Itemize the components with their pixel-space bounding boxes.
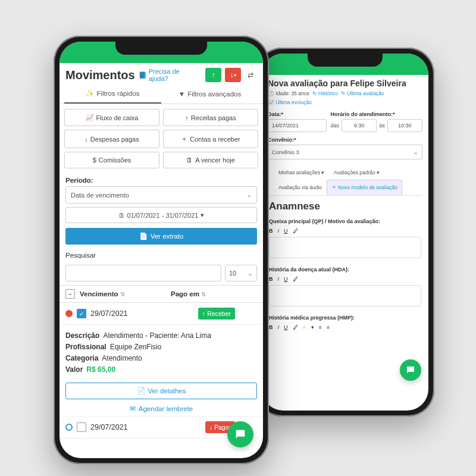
swap-icon: ⇄ <box>248 71 253 79</box>
book-icon: 📘 <box>139 71 147 79</box>
chip-cashflow[interactable]: 📈Fluxo de caixa <box>64 109 159 126</box>
hmp-label: História médica pregressa (HMP): <box>262 311 428 322</box>
date-label: Data:* <box>268 111 327 117</box>
envelope-icon: ✉ <box>130 405 136 413</box>
patient-meta: 🕐 Idade: 25 anos ↻ Histórico ✎ Última av… <box>262 89 428 109</box>
time-label: Horário do atendimento:* <box>330 111 422 117</box>
qp-toolbar[interactable]: BIU🖉 <box>262 226 428 236</box>
history-link[interactable]: ↻ Histórico <box>312 90 338 96</box>
page-title: Movimentos <box>65 68 135 82</box>
period-label: Período: <box>65 177 257 184</box>
anamnese-heading: Anamnese <box>262 196 428 215</box>
wand-icon: ✨ <box>86 89 94 98</box>
qp-label: Queixa principal (QP) / Motivo da avalia… <box>262 215 428 226</box>
search-label: Pesquisar <box>65 252 257 259</box>
search-input[interactable] <box>65 265 221 281</box>
row-date: 29/07/2021 <box>90 423 201 431</box>
tab-new-model[interactable]: ＋Novo modelo de avaliação <box>327 180 402 195</box>
tab-quick-filters[interactable]: ✨Filtros rápidos <box>64 84 161 104</box>
status-dot-overdue <box>65 310 73 317</box>
period-type-select[interactable]: Data de vencimento <box>65 186 257 203</box>
row-checkbox[interactable] <box>77 422 86 432</box>
prof-value: Equipe ZenFisio <box>110 343 162 351</box>
chat-fab[interactable] <box>227 421 253 447</box>
tab-standard-evaluations[interactable]: Avaliações padrão ▾ <box>329 165 384 180</box>
sort-icon: ⇅ <box>201 293 206 296</box>
date-input[interactable]: 14/07/2021 <box>268 119 327 132</box>
filter-icon: ▼ <box>178 90 185 98</box>
table-row[interactable]: ✓ 29/07/2021 ↑Receber <box>60 303 263 325</box>
last-evo-link[interactable]: 📈 Última evolução <box>268 99 312 105</box>
up-button[interactable]: ↑ <box>205 68 221 82</box>
row-checkbox[interactable]: ✓ <box>77 309 86 318</box>
view-details-button[interactable]: 📄Ver detalhes <box>65 383 257 399</box>
tab-my-evaluations[interactable]: Minhas avaliações ▾ <box>274 165 329 180</box>
time-to-input[interactable]: 10:30 <box>387 119 422 132</box>
convenio-label: Convênio:* <box>268 137 422 143</box>
last-eval-link[interactable]: ✎ Última avaliação <box>341 90 384 96</box>
page-size-select[interactable]: 10 <box>225 265 257 281</box>
chip-receivables[interactable]: ＋Contas a receber <box>163 130 258 148</box>
hda-toolbar[interactable]: BIU🖉 <box>262 274 428 284</box>
calendar-icon: 🗓 <box>118 212 125 219</box>
chip-income-paid[interactable]: ↑Receitas pagas <box>163 109 258 126</box>
tab-audio-evaluation[interactable]: Avaliação via áudio <box>274 180 327 195</box>
arrow-up-icon: ↑ <box>202 310 205 317</box>
dollar-icon: $ <box>93 156 96 164</box>
qp-textarea[interactable] <box>269 237 421 258</box>
schedule-reminder-link[interactable]: ✉Agendar lembrete <box>60 402 263 416</box>
desc-value: Atendimento - Paciente: Ana Lima <box>103 331 211 340</box>
select-all-checkbox[interactable]: − <box>65 289 75 299</box>
receive-button[interactable]: ↑Receber <box>198 308 235 320</box>
convenio-select[interactable]: Convênio 3 <box>268 145 422 159</box>
hda-textarea[interactable] <box>269 285 421 306</box>
swap-button[interactable]: ⇄ <box>245 68 257 82</box>
plus-icon: ＋ <box>181 134 187 143</box>
time-from-input[interactable]: 9:30 <box>342 119 377 132</box>
chat-fab[interactable] <box>400 359 421 381</box>
chart-icon: 📈 <box>86 114 94 121</box>
arrow-up-icon: ↑ <box>185 114 189 121</box>
col-vencimento[interactable]: Vencimento ⇅ <box>80 290 166 298</box>
document-icon: 📄 <box>137 387 145 395</box>
tab-advanced-filters[interactable]: ▼Filtros avançados <box>161 84 258 104</box>
arrow-up-icon: ↑ <box>212 71 215 79</box>
row-date: 29/07/2021 <box>90 309 194 318</box>
col-pago-em[interactable]: Pago em ⇅ <box>171 290 257 298</box>
down-button[interactable]: ↓▾ <box>225 68 241 82</box>
value-amount: R$ 65,00 <box>86 365 115 374</box>
cat-value: Atendimento <box>102 354 142 362</box>
chip-due-today[interactable]: 🗓A vencer hoje <box>163 152 258 168</box>
page-title: Nova avaliação para Felipe Silveira <box>262 75 428 89</box>
view-extract-button[interactable]: 📄Ver extrato <box>65 228 257 245</box>
date-range-picker[interactable]: 🗓01/07/2021 - 31/07/2021 ▾ <box>65 207 257 223</box>
help-link[interactable]: 📘Precisa de ajuda? <box>139 68 199 82</box>
chip-commissions[interactable]: $Comissões <box>64 152 159 168</box>
hmp-toolbar[interactable]: BIU🖉A▾≡≡ <box>262 322 428 332</box>
hda-label: História da doença atual (HDA): <box>262 263 428 274</box>
document-icon: 📄 <box>139 232 148 240</box>
chip-expenses-paid[interactable]: ↓Despesas pagas <box>64 130 159 148</box>
sort-icon: ⇅ <box>120 293 125 296</box>
arrow-down-icon: ↓ <box>209 424 212 431</box>
arrow-down-icon: ↓ <box>84 136 88 143</box>
calendar-icon: 🗓 <box>186 156 193 164</box>
status-dot-pending <box>65 424 73 431</box>
